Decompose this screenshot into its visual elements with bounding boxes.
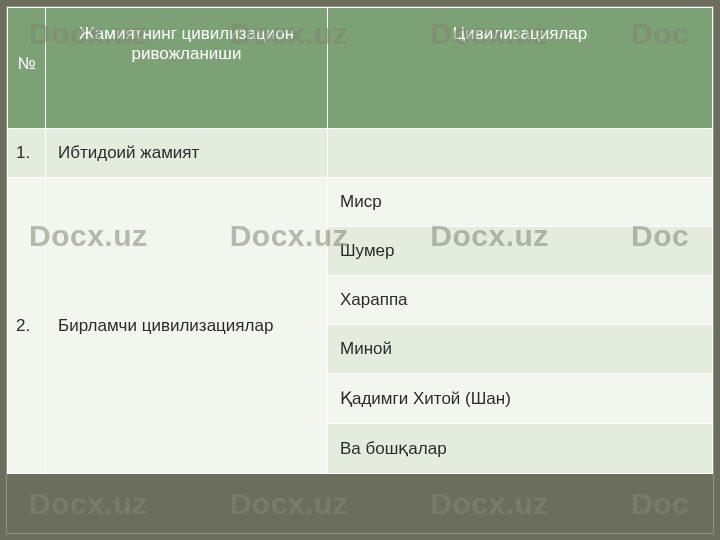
watermark: Docx.uz xyxy=(29,487,148,521)
cell-civilization: Хараппа xyxy=(328,276,713,325)
watermark: Docx.uz xyxy=(430,487,549,521)
col-header-civilizations: Цивилизациялар xyxy=(328,8,713,129)
cell-civilization: Шумер xyxy=(328,227,713,276)
cell-number: 2. xyxy=(8,178,46,474)
col-header-development: Жамиятнинг цивилизацион ривожланиши xyxy=(46,8,328,129)
watermark: Docx.uz xyxy=(230,487,349,521)
cell-civilization: Ва бошқалар xyxy=(328,424,713,474)
table-row: 1. Ибтидоий жамият xyxy=(8,129,713,178)
table-header-row: № Жамиятнинг цивилизацион ривожланиши Ци… xyxy=(8,8,713,129)
civilizations-table: № Жамиятнинг цивилизацион ривожланиши Ци… xyxy=(7,7,713,474)
cell-civilization: Қадимги Хитой (Шан) xyxy=(328,374,713,424)
cell-development: Ибтидоий жамият xyxy=(46,129,328,178)
watermark: Doc xyxy=(631,487,691,521)
table-row: 2. Бирламчи цивилизациялар Миср xyxy=(8,178,713,227)
cell-development: Бирламчи цивилизациялар xyxy=(46,178,328,474)
cell-civilization xyxy=(328,129,713,178)
cell-civilization: Миной xyxy=(328,325,713,374)
cell-number: 1. xyxy=(8,129,46,178)
slide-frame: Docx.uz Docx.uz Docx.uz Doc Docx.uz Docx… xyxy=(6,6,714,534)
col-header-number: № xyxy=(8,8,46,129)
cell-civilization: Миср xyxy=(328,178,713,227)
